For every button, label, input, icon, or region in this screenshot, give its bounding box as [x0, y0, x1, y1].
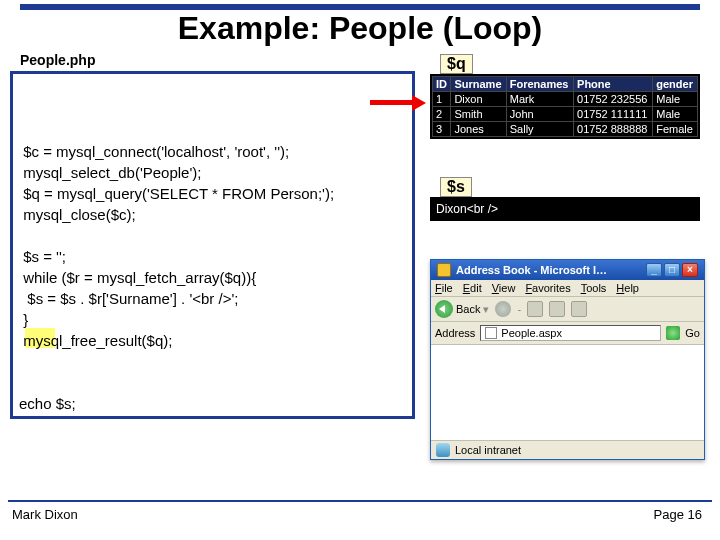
- q-variable: $q ID Surname Forenames Phone gender 1 D…: [430, 54, 700, 139]
- go-label[interactable]: Go: [685, 327, 700, 339]
- book-icon: [437, 263, 451, 277]
- browser-window: Address Book - Microsoft I… _ □ × File E…: [430, 259, 705, 460]
- col-gender: gender: [653, 77, 698, 92]
- menu-edit[interactable]: Edit: [463, 282, 482, 294]
- table-header-row: ID Surname Forenames Phone gender: [433, 77, 698, 92]
- url-text: People.aspx: [501, 327, 562, 339]
- s-content: Dixon<br />: [430, 197, 700, 221]
- stop-icon[interactable]: [527, 301, 543, 317]
- menu-favorites[interactable]: Favorites: [525, 282, 570, 294]
- forward-button[interactable]: [495, 301, 511, 317]
- table-row: 3 Jones Sally 01752 888888 Female: [433, 122, 698, 137]
- code-box: $c = mysql_connect('localhost', 'root', …: [10, 71, 415, 419]
- minimize-button[interactable]: _: [646, 263, 662, 277]
- address-label: Address: [435, 327, 475, 339]
- s-label: $s: [440, 177, 472, 197]
- code-text: $c = mysql_connect('localhost', 'root', …: [19, 141, 406, 414]
- table-row: 2 Smith John 01752 111111 Male: [433, 107, 698, 122]
- browser-titlebar: Address Book - Microsoft I… _ □ ×: [431, 260, 704, 280]
- q-table: ID Surname Forenames Phone gender 1 Dixo…: [432, 76, 698, 137]
- col-surname: Surname: [451, 77, 506, 92]
- close-button[interactable]: ×: [682, 263, 698, 277]
- back-icon: [435, 300, 453, 318]
- menu-tools[interactable]: Tools: [581, 282, 607, 294]
- bottom-rule: [8, 500, 712, 502]
- red-arrow: [370, 95, 426, 111]
- col-id: ID: [433, 77, 451, 92]
- menu-view[interactable]: View: [492, 282, 516, 294]
- address-bar: Address People.aspx Go: [431, 322, 704, 345]
- maximize-button[interactable]: □: [664, 263, 680, 277]
- chevron-icon: ▾: [483, 303, 489, 316]
- browser-title-text: Address Book - Microsoft I…: [456, 264, 607, 276]
- status-text: Local intranet: [455, 444, 521, 456]
- col-phone: Phone: [574, 77, 653, 92]
- menu-bar: File Edit View Favorites Tools Help: [431, 280, 704, 297]
- back-button[interactable]: Back ▾: [435, 300, 489, 318]
- browser-content: [431, 345, 704, 440]
- home-icon[interactable]: [571, 301, 587, 317]
- address-input[interactable]: People.aspx: [480, 325, 661, 341]
- zone-icon: [436, 443, 450, 457]
- toolbar: Back ▾ -: [431, 297, 704, 322]
- s-variable: $s Dixon<br />: [430, 177, 700, 221]
- page-icon: [485, 327, 497, 339]
- menu-help[interactable]: Help: [616, 282, 639, 294]
- status-bar: Local intranet: [431, 440, 704, 459]
- footer-author: Mark Dixon: [12, 507, 78, 522]
- table-row: 1 Dixon Mark 01752 232556 Male: [433, 92, 698, 107]
- footer-page: Page 16: [654, 507, 702, 522]
- filename-label: People.php: [18, 52, 88, 68]
- col-forenames: Forenames: [506, 77, 573, 92]
- back-label: Back: [456, 303, 480, 315]
- slide-title: Example: People (Loop): [0, 10, 720, 47]
- go-icon[interactable]: [666, 326, 680, 340]
- menu-file[interactable]: File: [435, 282, 453, 294]
- q-label: $q: [440, 54, 473, 74]
- refresh-icon[interactable]: [549, 301, 565, 317]
